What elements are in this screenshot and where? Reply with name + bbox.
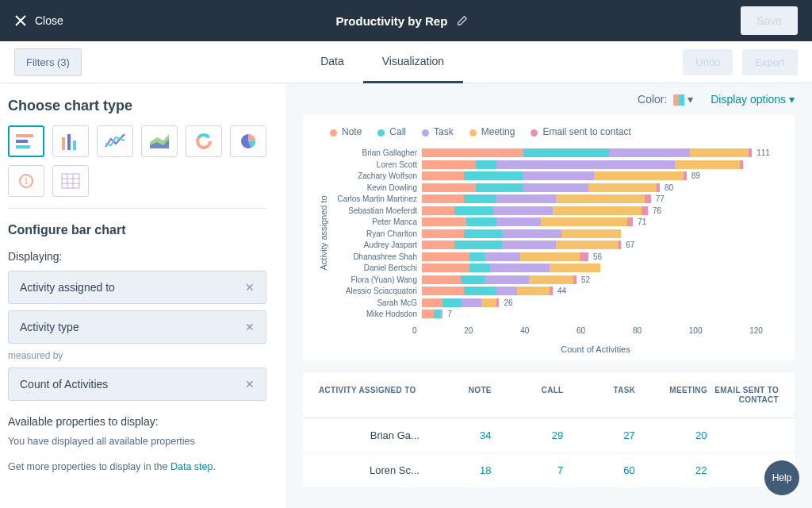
- bar-segment[interactable]: [523, 183, 589, 192]
- chart-type-vbar[interactable]: [52, 125, 89, 157]
- th-call[interactable]: CALL: [492, 386, 564, 405]
- chart-type-kpi[interactable]: 1: [8, 165, 44, 197]
- bar-segment[interactable]: [422, 148, 523, 157]
- bar-segment[interactable]: [481, 298, 496, 307]
- bar-segment[interactable]: [541, 217, 627, 226]
- undo-button[interactable]: Undo: [683, 49, 733, 75]
- bar-segment[interactable]: [442, 298, 461, 307]
- bar-segment[interactable]: [657, 183, 660, 192]
- tab-data[interactable]: Data: [301, 41, 363, 83]
- color-swatch[interactable]: [673, 94, 684, 106]
- remove-icon[interactable]: ✕: [245, 321, 255, 333]
- bar-segment[interactable]: [466, 217, 496, 226]
- bar-segment[interactable]: [627, 217, 634, 226]
- bar-segment[interactable]: [496, 194, 556, 203]
- export-button[interactable]: Export: [742, 49, 798, 75]
- bar-segment[interactable]: [422, 241, 454, 249]
- tab-visualization[interactable]: Visualization: [363, 41, 463, 83]
- th-note[interactable]: NOTE: [419, 386, 492, 405]
- bar-segment[interactable]: [749, 148, 752, 157]
- chart-type-hbar[interactable]: [8, 125, 44, 157]
- bar-segment[interactable]: [502, 241, 556, 249]
- chip-activity-assigned[interactable]: Activity assigned to✕: [8, 271, 266, 304]
- bar-segment[interactable]: [434, 310, 440, 318]
- remove-icon[interactable]: ✕: [245, 378, 255, 391]
- bar-segment[interactable]: [502, 229, 561, 238]
- bar-segment[interactable]: [422, 310, 434, 318]
- bar-segment[interactable]: [422, 171, 464, 180]
- edit-icon[interactable]: [457, 15, 468, 26]
- bar-segment[interactable]: [464, 229, 503, 238]
- bar-segment[interactable]: [517, 287, 550, 295]
- bar-segment[interactable]: [454, 206, 493, 215]
- save-button[interactable]: Save: [741, 6, 798, 35]
- bar-segment[interactable]: [690, 148, 749, 157]
- bar-segment[interactable]: [573, 275, 576, 284]
- bar-segment[interactable]: [493, 206, 553, 215]
- bar-segment[interactable]: [422, 229, 464, 238]
- th-task[interactable]: TASK: [564, 386, 636, 405]
- chart-type-donut[interactable]: [186, 125, 222, 157]
- bar-segment[interactable]: [454, 241, 502, 249]
- bar-segment[interactable]: [556, 194, 645, 203]
- bar-segment[interactable]: [464, 171, 523, 180]
- bar-segment[interactable]: [422, 160, 476, 169]
- bar-segment[interactable]: [496, 217, 541, 226]
- bar-segment[interactable]: [476, 183, 523, 192]
- bar-segment[interactable]: [594, 171, 684, 180]
- th-meeting[interactable]: MEETING: [635, 386, 707, 405]
- bar-segment[interactable]: [422, 252, 469, 261]
- bar-segment[interactable]: [422, 206, 454, 215]
- bar-segment[interactable]: [461, 298, 481, 307]
- bar-segment[interactable]: [645, 194, 651, 203]
- bar-segment[interactable]: [469, 252, 485, 261]
- chip-activity-type[interactable]: Activity type✕: [8, 310, 266, 344]
- bar-segment[interactable]: [550, 264, 600, 272]
- help-button[interactable]: Help: [764, 460, 799, 495]
- bar-segment[interactable]: [609, 148, 689, 157]
- bar-segment[interactable]: [440, 310, 443, 318]
- th-email[interactable]: EMAIL SENT TO CONTACT: [707, 386, 779, 405]
- chart-type-area[interactable]: [141, 125, 178, 157]
- table-row[interactable]: Loren Sc...1876022: [303, 453, 795, 488]
- bar-segment[interactable]: [675, 160, 741, 169]
- bar-segment[interactable]: [422, 194, 464, 203]
- bar-segment[interactable]: [422, 183, 476, 192]
- bar-segment[interactable]: [422, 287, 464, 295]
- bar-segment[interactable]: [684, 171, 687, 180]
- bar-segment[interactable]: [496, 160, 675, 169]
- bar-segment[interactable]: [496, 298, 500, 307]
- bar-segment[interactable]: [561, 229, 621, 238]
- bar-segment[interactable]: [422, 275, 461, 284]
- filters-button[interactable]: Filters (3): [14, 48, 82, 76]
- chart-type-pie[interactable]: [230, 125, 266, 157]
- table-row[interactable]: Brian Ga...34292720: [303, 418, 795, 453]
- bar-segment[interactable]: [529, 275, 573, 284]
- bar-segment[interactable]: [619, 241, 622, 249]
- th-assigned[interactable]: ACTIVITY ASSIGNED TO: [319, 386, 419, 405]
- bar-segment[interactable]: [464, 287, 496, 295]
- chip-measure[interactable]: Count of Activities✕: [8, 368, 266, 401]
- data-step-link[interactable]: Data step: [170, 461, 213, 472]
- bar-segment[interactable]: [556, 241, 619, 249]
- bar-segment[interactable]: [461, 275, 485, 284]
- bar-segment[interactable]: [422, 217, 466, 226]
- bar-segment[interactable]: [422, 298, 442, 307]
- chart-type-line[interactable]: [97, 125, 133, 157]
- bar-segment[interactable]: [520, 252, 580, 261]
- bar-segment[interactable]: [422, 264, 469, 272]
- display-options-dropdown[interactable]: Display options ▾: [710, 93, 795, 106]
- bar-segment[interactable]: [740, 160, 743, 169]
- bar-segment[interactable]: [496, 287, 517, 295]
- bar-segment[interactable]: [469, 264, 490, 272]
- bar-segment[interactable]: [523, 171, 594, 180]
- bar-segment[interactable]: [476, 160, 496, 169]
- bar-segment[interactable]: [550, 287, 553, 295]
- bar-segment[interactable]: [490, 264, 550, 272]
- bar-segment[interactable]: [588, 183, 657, 192]
- bar-segment[interactable]: [464, 194, 496, 203]
- chart-type-table[interactable]: [52, 165, 89, 197]
- bar-segment[interactable]: [485, 275, 529, 284]
- bar-segment[interactable]: [580, 252, 588, 261]
- remove-icon[interactable]: ✕: [245, 281, 255, 294]
